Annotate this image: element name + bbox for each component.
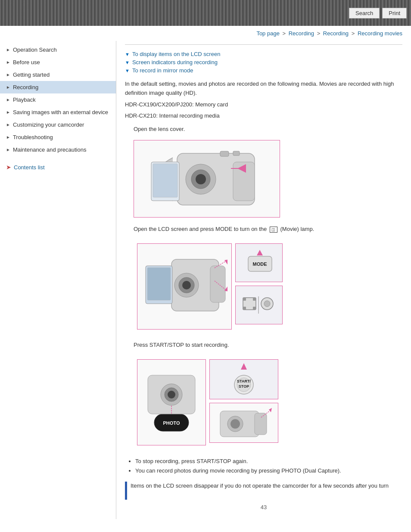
step2-text: Open the LCD screen and press MODE to tu…: [134, 225, 402, 234]
bullet-list: To stop recording, press START/STOP agai…: [135, 457, 402, 476]
sidebar-item-label: Troubleshooting: [13, 134, 112, 140]
svg-rect-28: [243, 298, 246, 301]
sidebar-item-operation-search[interactable]: ► Operation Search: [0, 44, 116, 56]
step2-text-suffix: (Movie) lamp.: [280, 226, 314, 232]
bullet-item-1: To stop recording, press START/STOP agai…: [135, 457, 402, 466]
svg-text:START/: START/: [237, 379, 251, 383]
step2-text-prefix: Open the LCD screen and press MODE to tu…: [134, 226, 267, 232]
sidebar-item-label: Maintenance and precautions: [13, 146, 112, 153]
mode-icon-box: [235, 286, 283, 324]
triangle-icon: ▼: [125, 60, 130, 65]
sidebar-item-label: Playback: [13, 96, 112, 103]
lcd-link[interactable]: To display items on the LCD screen: [132, 51, 220, 57]
arrow-icon: ►: [6, 97, 10, 102]
start-stop-image-block: PHOTO: [134, 356, 402, 451]
svg-rect-49: [255, 413, 267, 435]
svg-point-34: [264, 301, 270, 307]
sidebar-item-label: Customizing your camcorder: [13, 121, 112, 128]
model-line1: HDR-CX190/CX200/PJ200: Memory card: [125, 100, 402, 109]
breadcrumb-divider-3: >: [352, 30, 356, 37]
link-list: ▼ To display items on the LCD screen ▼ S…: [125, 51, 402, 74]
lens-cover-image-block: [134, 140, 402, 219]
svg-marker-53: [269, 408, 272, 412]
sidebar-item-label: Operation Search: [13, 47, 112, 53]
mode-image: MODE: [134, 240, 293, 335]
svg-rect-14: [210, 266, 225, 302]
blue-bar: [125, 482, 127, 500]
main-layout: ► Operation Search ► Before use ► Gettin…: [0, 41, 411, 519]
svg-point-3: [196, 174, 206, 184]
svg-point-17: [182, 281, 191, 289]
arrow-icon: ►: [6, 72, 10, 77]
breadcrumb-divider-2: >: [317, 30, 322, 37]
intro-text: In the default setting, movies and photo…: [125, 80, 402, 98]
svg-rect-12: [153, 164, 177, 197]
contents-list-arrow-icon: ➤: [6, 164, 11, 171]
arrow-icon: ►: [6, 135, 10, 140]
arrow-icon: ►: [6, 110, 10, 115]
arrow-icon: ►: [6, 47, 10, 52]
blue-bar-section: Items on the LCD screen disappear if you…: [125, 482, 402, 500]
breadcrumb-divider-1: >: [283, 30, 287, 37]
link-item-screen-indicators: ▼ Screen indicators during recording: [125, 59, 402, 65]
svg-text:PHOTO: PHOTO: [163, 420, 180, 426]
svg-rect-29: [243, 307, 246, 310]
sidebar-item-label: Recording: [13, 84, 112, 90]
sidebar-item-recording[interactable]: ► Recording: [0, 81, 116, 93]
breadcrumb-recording-movies[interactable]: Recording movies: [358, 30, 402, 37]
sidebar-item-troubleshooting[interactable]: ► Troubleshooting: [0, 131, 116, 143]
sidebar-item-label: Before use: [13, 59, 112, 65]
content-area: ▼ To display items on the LCD screen ▼ S…: [116, 41, 411, 519]
page-number: 43: [125, 504, 402, 510]
breadcrumb-recording2[interactable]: Recording: [323, 30, 349, 37]
bullet-item-2: You can record photos during movie recor…: [135, 466, 402, 476]
photo-button-box: PHOTO: [137, 359, 206, 445]
mode-main-image: [137, 243, 232, 330]
svg-rect-31: [253, 307, 256, 310]
sidebar-item-saving-images[interactable]: ► Saving images with an external device: [0, 106, 116, 118]
content-divider: [125, 44, 402, 45]
sidebar: ► Operation Search ► Before use ► Gettin…: [0, 41, 116, 519]
arrow-icon: ►: [6, 147, 10, 152]
stop-camcorder-box: [209, 403, 278, 443]
sidebar-item-getting-started[interactable]: ► Getting started: [0, 68, 116, 81]
lens-cover-image: [134, 140, 280, 218]
sidebar-item-label: Saving images with an external device: [13, 109, 112, 115]
link-item-lcd: ▼ To display items on the LCD screen: [125, 51, 402, 57]
movie-lamp-icon: ◫: [270, 227, 277, 233]
triangle-icon: ▼: [125, 68, 130, 73]
breadcrumb: Top page > Recording > Recording > Recor…: [0, 26, 411, 39]
lcd-note-text: Items on the LCD screen disappear if you…: [131, 482, 389, 491]
mode-side-boxes: MODE: [235, 243, 283, 331]
breadcrumb-recording1[interactable]: Recording: [289, 30, 314, 37]
step1-text: Open the lens cover.: [134, 125, 402, 134]
triangle-icon: ▼: [125, 52, 130, 57]
start-stop-image: PHOTO: [134, 356, 297, 451]
search-button[interactable]: Search: [349, 8, 380, 19]
svg-rect-30: [253, 298, 256, 301]
sidebar-item-label: Getting started: [13, 72, 112, 78]
arrow-icon: ►: [6, 85, 10, 90]
step3-text: Press START/STOP to start recording.: [134, 341, 402, 350]
mode-button-box: MODE: [235, 243, 283, 282]
contents-list-label: Contents list: [14, 164, 45, 171]
start-stop-boxes: START/ STOP: [209, 359, 278, 447]
start-stop-button-box: START/ STOP: [209, 359, 278, 399]
sidebar-item-playback[interactable]: ► Playback: [0, 93, 116, 106]
arrow-icon: ►: [6, 122, 10, 127]
svg-rect-19: [147, 268, 171, 300]
screen-indicators-link[interactable]: Screen indicators during recording: [132, 59, 218, 65]
sidebar-item-customizing[interactable]: ► Customizing your camcorder: [0, 118, 116, 131]
sidebar-item-maintenance[interactable]: ► Maintenance and precautions: [0, 143, 116, 156]
svg-rect-9: [220, 151, 229, 156]
svg-text:STOP: STOP: [239, 384, 249, 389]
svg-point-41: [168, 391, 175, 398]
breadcrumb-top[interactable]: Top page: [256, 30, 280, 37]
mirror-mode-link[interactable]: To record in mirror mode: [132, 67, 193, 74]
svg-marker-43: [241, 363, 247, 370]
contents-list-link[interactable]: ➤ Contents list: [0, 159, 116, 175]
sidebar-item-before-use[interactable]: ► Before use: [0, 56, 116, 68]
svg-marker-26: [257, 250, 263, 255]
svg-point-51: [230, 419, 240, 429]
print-button[interactable]: Print: [382, 8, 407, 19]
